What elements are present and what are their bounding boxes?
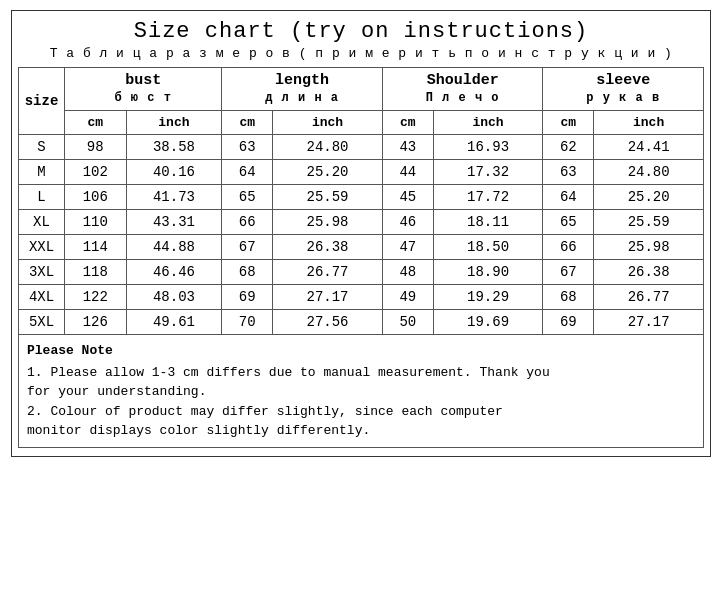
table-cell: 43.31 <box>126 210 222 235</box>
table-cell: M <box>19 160 65 185</box>
shoulder-header: Shoulder П л е ч о <box>382 68 543 111</box>
table-cell: 67 <box>543 260 594 285</box>
table-cell: 44.88 <box>126 235 222 260</box>
table-row: M10240.166425.204417.326324.80 <box>19 160 704 185</box>
table-cell: 41.73 <box>126 185 222 210</box>
length-header: length д л и н а <box>222 68 383 111</box>
table-cell: 63 <box>222 135 273 160</box>
size-table: size bust б ю с т length д л и н а Shoul… <box>18 67 704 335</box>
table-cell: 19.29 <box>433 285 543 310</box>
table-cell: 106 <box>65 185 127 210</box>
table-cell: 126 <box>65 310 127 335</box>
table-cell: 44 <box>382 160 433 185</box>
table-row: XL11043.316625.984618.116525.59 <box>19 210 704 235</box>
bust-in-unit: inch <box>126 111 222 135</box>
table-cell: 26.77 <box>273 260 383 285</box>
table-cell: 65 <box>222 185 273 210</box>
unit-row: cm inch cm inch cm inch cm inch <box>19 111 704 135</box>
table-cell: 43 <box>382 135 433 160</box>
bust-header: bust б ю с т <box>65 68 222 111</box>
table-cell: 3XL <box>19 260 65 285</box>
table-cell: 24.41 <box>594 135 704 160</box>
table-cell: 118 <box>65 260 127 285</box>
table-row: 3XL11846.466826.774818.906726.38 <box>19 260 704 285</box>
table-cell: 18.11 <box>433 210 543 235</box>
table-cell: 27.17 <box>594 310 704 335</box>
table-cell: 25.98 <box>273 210 383 235</box>
sleeve-header: sleeve р у к а в <box>543 68 704 111</box>
table-cell: 17.32 <box>433 160 543 185</box>
sl-cm-unit: cm <box>543 111 594 135</box>
table-cell: 24.80 <box>273 135 383 160</box>
sh-cm-unit: cm <box>382 111 433 135</box>
table-cell: 18.90 <box>433 260 543 285</box>
note-line4: monitor displays color slightly differen… <box>27 421 695 441</box>
table-cell: 16.93 <box>433 135 543 160</box>
table-cell: 122 <box>65 285 127 310</box>
table-cell: XXL <box>19 235 65 260</box>
table-cell: 102 <box>65 160 127 185</box>
table-cell: 18.50 <box>433 235 543 260</box>
table-cell: 48.03 <box>126 285 222 310</box>
note-line2: for your understanding. <box>27 382 695 402</box>
table-row: XXL11444.886726.384718.506625.98 <box>19 235 704 260</box>
table-cell: 5XL <box>19 310 65 335</box>
table-cell: 45 <box>382 185 433 210</box>
table-row: S9838.586324.804316.936224.41 <box>19 135 704 160</box>
len-cm-unit: cm <box>222 111 273 135</box>
table-cell: 25.98 <box>594 235 704 260</box>
note-line1: 1. Please allow 1-3 cm differs due to ma… <box>27 363 695 383</box>
table-cell: 24.80 <box>594 160 704 185</box>
main-title: Size chart (try on instructions) <box>18 19 704 44</box>
table-cell: 110 <box>65 210 127 235</box>
table-cell: 47 <box>382 235 433 260</box>
table-cell: 49 <box>382 285 433 310</box>
table-cell: 68 <box>543 285 594 310</box>
table-cell: 48 <box>382 260 433 285</box>
table-cell: 26.38 <box>273 235 383 260</box>
note-section: Please Note 1. Please allow 1-3 cm diffe… <box>18 335 704 448</box>
note-title: Please Note <box>27 341 695 361</box>
table-row: L10641.736525.594517.726425.20 <box>19 185 704 210</box>
table-cell: L <box>19 185 65 210</box>
table-cell: 26.77 <box>594 285 704 310</box>
table-cell: 69 <box>222 285 273 310</box>
table-cell: 64 <box>222 160 273 185</box>
table-cell: XL <box>19 210 65 235</box>
sub-title: Т а б л и ц а р а з м е р о в ( п р и м … <box>18 46 704 61</box>
table-cell: 25.20 <box>594 185 704 210</box>
table-body: S9838.586324.804316.936224.41M10240.1664… <box>19 135 704 335</box>
table-row: 5XL12649.617027.565019.696927.17 <box>19 310 704 335</box>
table-cell: 50 <box>382 310 433 335</box>
table-cell: 26.38 <box>594 260 704 285</box>
len-in-unit: inch <box>273 111 383 135</box>
table-cell: 25.59 <box>594 210 704 235</box>
size-header: size <box>19 68 65 135</box>
table-cell: 4XL <box>19 285 65 310</box>
table-cell: 66 <box>543 235 594 260</box>
table-cell: 27.56 <box>273 310 383 335</box>
table-cell: 64 <box>543 185 594 210</box>
bust-cm-unit: cm <box>65 111 127 135</box>
table-cell: 17.72 <box>433 185 543 210</box>
table-cell: 40.16 <box>126 160 222 185</box>
table-cell: 27.17 <box>273 285 383 310</box>
table-cell: 49.61 <box>126 310 222 335</box>
table-cell: 98 <box>65 135 127 160</box>
table-cell: 38.58 <box>126 135 222 160</box>
table-row: 4XL12248.036927.174919.296826.77 <box>19 285 704 310</box>
size-chart-container: Size chart (try on instructions) Т а б л… <box>11 10 711 457</box>
table-cell: 67 <box>222 235 273 260</box>
table-cell: 25.59 <box>273 185 383 210</box>
note-line3: 2. Colour of product may differ slightly… <box>27 402 695 422</box>
table-cell: 63 <box>543 160 594 185</box>
table-cell: 46 <box>382 210 433 235</box>
sl-in-unit: inch <box>594 111 704 135</box>
table-cell: 19.69 <box>433 310 543 335</box>
table-cell: 66 <box>222 210 273 235</box>
table-cell: 70 <box>222 310 273 335</box>
table-cell: 25.20 <box>273 160 383 185</box>
table-cell: 65 <box>543 210 594 235</box>
table-cell: 69 <box>543 310 594 335</box>
table-cell: S <box>19 135 65 160</box>
